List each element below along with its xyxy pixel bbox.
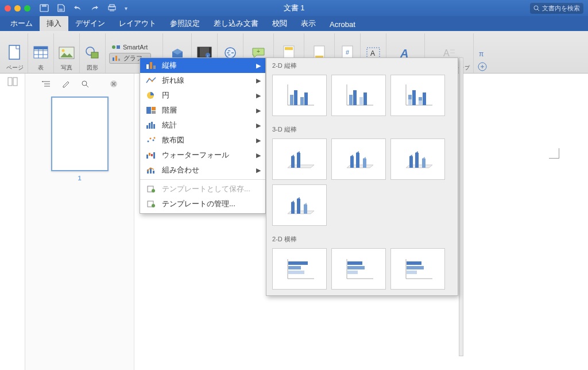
chart-option[interactable]: [390, 138, 445, 180]
picture-icon: [58, 46, 75, 60]
tab-view[interactable]: 表示: [294, 16, 323, 31]
svg-rect-120: [288, 261, 308, 265]
chart-menu-column[interactable]: 縦棒▶: [140, 58, 265, 73]
svg-rect-68: [146, 125, 148, 129]
waterfall-icon: [146, 151, 156, 159]
ribbon-picture[interactable]: 写真: [54, 33, 80, 73]
svg-rect-20: [117, 45, 120, 49]
svg-rect-71: [153, 124, 155, 129]
svg-rect-1: [42, 5, 47, 7]
template-icon: [146, 200, 156, 208]
svg-text:A: A: [443, 48, 450, 58]
svg-rect-109: [350, 156, 354, 168]
page-corner-mark: [549, 148, 559, 159]
tab-layout[interactable]: レイアウト: [112, 16, 163, 31]
svg-rect-79: [153, 152, 155, 159]
undo-icon[interactable]: [73, 5, 82, 11]
chart-gallery: 2-D 縦棒 3-D 縦棒 2-D 横棒: [266, 57, 458, 296]
svg-rect-112: [409, 156, 413, 168]
chart-menu-waterfall[interactable]: ウォーターフォール▶: [140, 148, 265, 163]
tree-icon: [146, 106, 156, 114]
chart-option[interactable]: [272, 75, 327, 116]
svg-rect-97: [359, 97, 363, 105]
redo-icon[interactable]: [90, 5, 99, 11]
chart-menu-footer-item[interactable]: テンプレートの管理...: [140, 196, 265, 211]
titlebar: ▾ 文書 1 文書内を検索: [0, 0, 588, 16]
svg-text:+: +: [257, 48, 260, 55]
thumbnails-view-icon[interactable]: [7, 77, 18, 86]
customize-qat-icon[interactable]: ▾: [125, 5, 127, 11]
chart-menu-scatter[interactable]: 散布図▶: [140, 133, 265, 148]
print-icon[interactable]: [107, 4, 117, 12]
svg-rect-22: [115, 56, 117, 61]
chart-menu-combo[interactable]: 組み合わせ▶: [140, 163, 265, 178]
search-field[interactable]: 文書内を検索: [530, 3, 583, 14]
column-icon: [146, 61, 156, 70]
tab-home[interactable]: ホーム: [3, 16, 40, 31]
page-icon: [7, 44, 22, 61]
tab-mailings[interactable]: 差し込み文書: [207, 16, 265, 31]
svg-rect-23: [118, 59, 120, 61]
document-title: 文書 1: [284, 3, 305, 13]
gallery-scrollbar[interactable]: [459, 57, 463, 356]
svg-rect-61: [153, 65, 156, 69]
chart-menu-line[interactable]: 折れ線▶: [140, 73, 265, 88]
save-icon[interactable]: [57, 4, 65, 12]
gallery-grid: [266, 72, 458, 122]
page-thumbnail[interactable]: [51, 97, 109, 171]
gallery-section-header: 3-D 縦棒: [266, 122, 458, 136]
ribbon-tabs: ホーム 挿入 デザイン レイアウト 参照設定 差し込み文書 校閲 表示 Acro…: [0, 16, 588, 31]
close-window-button[interactable]: [5, 5, 11, 11]
chart-option[interactable]: [331, 248, 386, 290]
ribbon-page[interactable]: ページ: [2, 33, 28, 73]
tab-insert[interactable]: 挿入: [40, 16, 68, 31]
chart-option[interactable]: [272, 138, 327, 180]
ribbon-shapes[interactable]: 図形: [80, 33, 106, 73]
tab-references[interactable]: 参照設定: [163, 16, 207, 31]
chart-menu-tree[interactable]: 階層▶: [140, 103, 265, 118]
quick-access-toolbar: ▾: [40, 4, 127, 12]
tab-design[interactable]: デザイン: [68, 16, 112, 31]
svg-rect-91: [300, 97, 304, 105]
chart-menu-pie[interactable]: 円▶: [140, 88, 265, 103]
svg-line-55: [86, 85, 88, 87]
submenu-arrow-icon: ▶: [256, 122, 261, 129]
svg-rect-8: [9, 45, 20, 59]
minimize-window-button[interactable]: [14, 5, 21, 11]
edit-icon[interactable]: [61, 79, 71, 88]
svg-rect-92: [304, 92, 308, 105]
close-pane-icon[interactable]: [110, 80, 118, 88]
svg-rect-21: [113, 57, 114, 61]
chart-option[interactable]: [272, 184, 327, 226]
symbol-icon: [477, 61, 488, 72]
svg-rect-111: [363, 159, 366, 168]
outline-icon[interactable]: [42, 80, 51, 88]
chart-option[interactable]: [272, 248, 327, 290]
chart-option[interactable]: [331, 138, 386, 180]
autosave-icon[interactable]: [40, 4, 49, 12]
page-thumbnail-number: 1: [78, 175, 81, 182]
zoom-window-button[interactable]: [24, 5, 30, 11]
svg-point-72: [148, 141, 149, 142]
chart-option[interactable]: [390, 75, 445, 116]
svg-rect-60: [150, 62, 152, 69]
find-icon[interactable]: [81, 80, 89, 88]
svg-rect-90: [294, 90, 297, 105]
ribbon-smartart[interactable]: SmartArt: [109, 43, 150, 51]
equation-icon: π: [477, 49, 488, 59]
svg-point-29: [225, 48, 235, 58]
svg-rect-2: [59, 9, 63, 11]
svg-rect-82: [153, 171, 154, 174]
chart-option[interactable]: [331, 75, 386, 116]
svg-rect-70: [151, 122, 153, 129]
svg-rect-65: [146, 107, 151, 114]
chart-option[interactable]: [390, 248, 445, 290]
ribbon-table[interactable]: 表: [28, 33, 54, 73]
svg-point-53: [42, 81, 43, 82]
svg-rect-122: [288, 271, 304, 274]
tab-acrobat[interactable]: Acrobat: [323, 17, 362, 31]
svg-rect-107: [291, 156, 295, 168]
tab-review[interactable]: 校閲: [265, 16, 294, 31]
chart-menu-histo[interactable]: 統計▶: [140, 118, 265, 133]
ribbon-more[interactable]: π: [474, 33, 491, 73]
